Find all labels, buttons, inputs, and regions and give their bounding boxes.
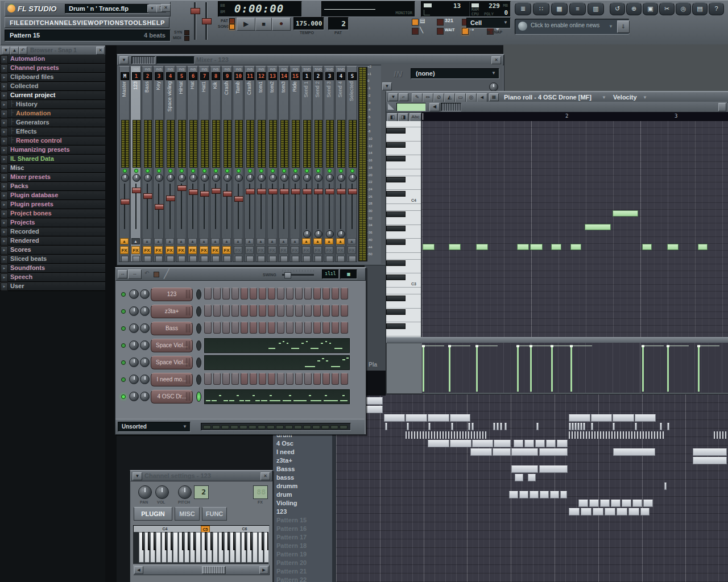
titlebar-grip[interactable] bbox=[441, 103, 461, 111]
strip-enable-led[interactable] bbox=[237, 169, 241, 173]
black-key[interactable] bbox=[386, 309, 406, 315]
channel-select-led[interactable] bbox=[196, 289, 201, 300]
channel-preview[interactable] bbox=[204, 389, 350, 404]
stretch-handle-right[interactable]: ◨ bbox=[398, 113, 408, 122]
strip-pan-knob[interactable] bbox=[292, 174, 300, 182]
chset-menu-button[interactable]: ▼ bbox=[133, 472, 142, 480]
strip-fader[interactable] bbox=[317, 184, 318, 229]
strip-fx-button[interactable]: FX bbox=[279, 246, 288, 254]
black-key[interactable] bbox=[386, 191, 406, 197]
strip-fx-button[interactable]: FX bbox=[257, 246, 265, 254]
playlist-pattern-name[interactable]: Pattern 20 bbox=[276, 559, 331, 567]
strip-save-icon[interactable] bbox=[246, 256, 254, 262]
step-button[interactable] bbox=[304, 373, 312, 385]
mixer-strip-crash[interactable]: INS9Crash▲FX bbox=[221, 66, 232, 262]
strip-pan-knob[interactable] bbox=[155, 174, 163, 182]
channel-preview[interactable] bbox=[204, 355, 350, 370]
mixer-close-button[interactable]: ✕ bbox=[491, 56, 501, 64]
strip-save-icon[interactable] bbox=[326, 256, 333, 262]
step-button[interactable] bbox=[213, 305, 221, 317]
strip-fader-handle[interactable] bbox=[234, 196, 243, 202]
step-button[interactable] bbox=[231, 305, 239, 317]
mixer-strip-selected[interactable]: SSelected▲FX bbox=[346, 66, 357, 262]
browser-item-speech[interactable]: ▸Speech bbox=[0, 273, 105, 282]
black-key[interactable] bbox=[386, 177, 406, 182]
browser-item-misc[interactable]: ▸Misc bbox=[0, 164, 105, 173]
browser-item-packs[interactable]: ▸Packs bbox=[0, 182, 105, 191]
step-button[interactable] bbox=[250, 288, 257, 300]
white-key[interactable] bbox=[253, 532, 258, 563]
strip-route-arrow-icon[interactable]: ▲ bbox=[222, 238, 231, 244]
browser-back-button[interactable]: ↶ bbox=[19, 47, 27, 55]
help-button[interactable]: ? bbox=[709, 2, 724, 15]
strip-pan-knob[interactable] bbox=[235, 174, 243, 182]
expand-arrow-icon[interactable]: ▸ bbox=[1, 55, 8, 64]
news-bar[interactable]: Click to enable online news ▼ bbox=[515, 19, 630, 35]
step-button[interactable] bbox=[322, 373, 330, 385]
expand-arrow-icon[interactable]: ▸ bbox=[1, 82, 8, 91]
pianoroll-target[interactable]: Velocity bbox=[613, 94, 637, 101]
expand-arrow-icon[interactable]: ▸ bbox=[1, 273, 8, 282]
strip-fader[interactable] bbox=[158, 184, 159, 229]
strip-fader-handle[interactable] bbox=[143, 193, 152, 199]
step-button[interactable] bbox=[313, 288, 321, 300]
expand-arrow-icon[interactable]: ▸ bbox=[1, 201, 8, 209]
pianoroll-wrench-icon[interactable]: ⌐ bbox=[399, 93, 408, 101]
title-close-button[interactable]: ✕ bbox=[161, 4, 171, 12]
browser-item-plugin-database[interactable]: ▸Plugin database bbox=[0, 191, 105, 200]
strip-pan-knob[interactable] bbox=[349, 174, 357, 182]
pencil-tool[interactable]: ✎ bbox=[412, 93, 423, 102]
mixer-strip-bass[interactable]: INS2Bass▲FX bbox=[142, 66, 152, 262]
strip-fader[interactable] bbox=[260, 184, 262, 229]
expand-arrow-icon[interactable]: ▸ bbox=[1, 73, 8, 82]
playlist-pattern-name[interactable]: Pattern 21 bbox=[276, 567, 331, 576]
step-button[interactable] bbox=[313, 322, 321, 334]
strip-save-icon[interactable] bbox=[315, 256, 322, 262]
channel-volume-knob[interactable] bbox=[140, 306, 150, 316]
channel-name-button[interactable]: I need mo... bbox=[151, 373, 193, 386]
strip-route-arrow-icon[interactable]: ▲ bbox=[200, 238, 208, 244]
tab-func[interactable]: FUNC bbox=[202, 507, 227, 521]
pianoroll-button[interactable]: ▦ bbox=[551, 2, 568, 15]
step-button[interactable] bbox=[222, 305, 230, 317]
step-button[interactable] bbox=[295, 305, 303, 317]
expand-arrow-icon[interactable]: ▸ bbox=[1, 282, 8, 291]
strip-route-arrow-icon[interactable]: ▲ bbox=[120, 238, 129, 244]
play-button[interactable]: ▶ bbox=[237, 18, 255, 31]
step-button[interactable] bbox=[295, 322, 303, 334]
step-button[interactable] bbox=[268, 288, 275, 300]
pianoroll-menu-button[interactable]: ▼ bbox=[388, 93, 398, 101]
strip-fx-button[interactable]: FX bbox=[188, 246, 197, 254]
stepseq-display-mode[interactable]: -- bbox=[128, 269, 142, 279]
undo-button[interactable]: ↺ bbox=[610, 2, 625, 15]
strip-save-icon[interactable] bbox=[133, 256, 140, 262]
white-key[interactable] bbox=[173, 532, 178, 563]
black-key[interactable] bbox=[386, 323, 406, 329]
mixer-menu-button[interactable]: ▼ bbox=[119, 56, 129, 64]
browser-item-clipboard-files[interactable]: ▸Clipboard files bbox=[0, 73, 105, 82]
step-button[interactable] bbox=[313, 373, 321, 385]
chset-close-button[interactable]: ✕ bbox=[260, 472, 270, 480]
black-key[interactable] bbox=[386, 296, 406, 301]
strip-fader-handle[interactable] bbox=[189, 189, 198, 195]
strip-pan-knob[interactable] bbox=[212, 174, 220, 182]
wave-editor-button[interactable]: ✂ bbox=[659, 2, 675, 15]
strip-route-arrow-icon[interactable]: ▲ bbox=[188, 238, 197, 244]
strip-save-icon[interactable] bbox=[303, 256, 311, 262]
strip-route-arrow-icon[interactable]: ▲ bbox=[302, 238, 311, 244]
countdown-led[interactable] bbox=[437, 19, 444, 26]
velocity-bar[interactable] bbox=[449, 346, 450, 392]
browser-item-history[interactable]: ▸History├ bbox=[0, 100, 105, 109]
strip-enable-led[interactable] bbox=[282, 169, 286, 173]
strip-fader-handle[interactable] bbox=[155, 204, 164, 210]
step-button[interactable] bbox=[204, 288, 212, 300]
strip-fader-handle[interactable] bbox=[280, 189, 289, 194]
news-download-button[interactable]: ⇓ bbox=[617, 20, 630, 33]
velocity-bar[interactable] bbox=[667, 346, 669, 392]
channel-mute-led[interactable] bbox=[121, 309, 126, 314]
browser-button[interactable]: ▥ bbox=[588, 2, 604, 15]
strip-fader[interactable] bbox=[295, 184, 296, 229]
mixer-strip-hat[interactable]: INS6Hat▲FX bbox=[187, 66, 198, 262]
black-key[interactable] bbox=[386, 239, 406, 245]
strip-route-arrow-icon[interactable]: ▲ bbox=[131, 238, 140, 244]
